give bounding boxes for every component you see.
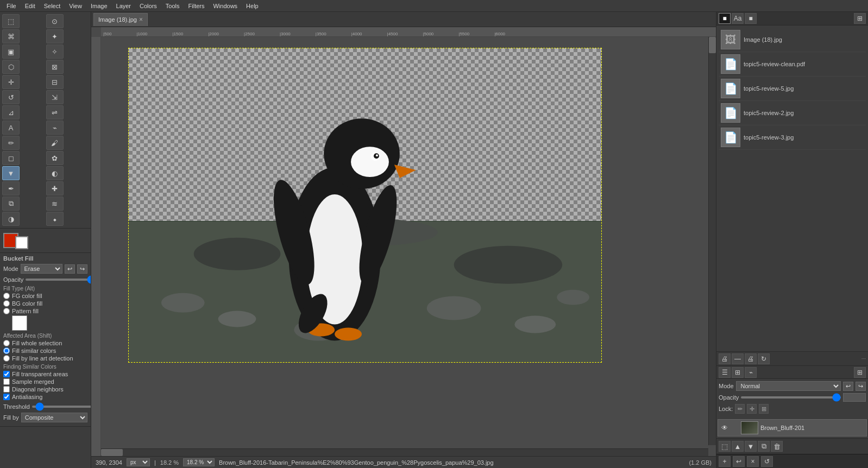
- tool-ink[interactable]: ✒: [2, 181, 20, 195]
- duplicate-layer-btn[interactable]: ⧉: [758, 441, 770, 452]
- menu-help[interactable]: Help: [242, 2, 263, 10]
- tool-bucket[interactable]: ▼: [2, 166, 20, 180]
- tool-align[interactable]: ⊟: [46, 75, 64, 89]
- delete-layer-btn[interactable]: 🗑: [771, 441, 783, 452]
- affected-whole-radio[interactable]: [3, 340, 10, 346]
- tool-free-select[interactable]: ⌘: [2, 29, 20, 43]
- layer-lock-0[interactable]: [731, 424, 739, 432]
- tool-paths[interactable]: ⌁: [46, 121, 64, 135]
- tool-rect-select[interactable]: ⬚: [2, 14, 20, 28]
- diagonal-checkbox[interactable]: [3, 386, 10, 393]
- tool-fuzzy-select[interactable]: ✦: [46, 29, 64, 43]
- tool-colorpick[interactable]: ⬡: [2, 60, 20, 74]
- tool-paintbrush[interactable]: 🖌: [46, 136, 64, 150]
- rp-text-icon[interactable]: Aa: [732, 13, 744, 24]
- layers-undo-btn[interactable]: ↩: [843, 382, 853, 391]
- layer-visibility-0[interactable]: 👁: [720, 423, 729, 432]
- mode-select[interactable]: Erase Normal: [21, 264, 62, 274]
- menu-colors[interactable]: Colors: [135, 2, 161, 10]
- undo-button[interactable]: ↩: [65, 264, 75, 274]
- lower-layer-btn[interactable]: ▼: [745, 441, 757, 452]
- image-canvas[interactable]: [128, 48, 602, 363]
- canvas-viewport[interactable]: [101, 37, 716, 456]
- layers-redo-btn[interactable]: ↪: [856, 382, 866, 391]
- menu-tools[interactable]: Tools: [161, 2, 184, 10]
- menu-select[interactable]: Select: [40, 2, 65, 10]
- tool-airbrush[interactable]: ✿: [46, 151, 64, 165]
- layers-tab-icon[interactable]: ☰: [719, 367, 731, 378]
- channels-tab-icon[interactable]: ⊞: [732, 367, 744, 378]
- tool-text[interactable]: A: [2, 121, 20, 135]
- filltype-pattern-radio[interactable]: [3, 308, 10, 314]
- hscroll-thumb[interactable]: [101, 449, 123, 456]
- fill-transparent-checkbox[interactable]: [3, 371, 10, 377]
- add-image-btn[interactable]: +: [719, 456, 731, 467]
- history-btn[interactable]: ↩: [733, 456, 745, 467]
- tool-select2[interactable]: ▣: [2, 45, 20, 59]
- layer-item-0[interactable]: 👁 Brown_Bluff-201: [718, 419, 867, 437]
- status-unit-select[interactable]: px % mm: [127, 458, 150, 466]
- status-zoom-select[interactable]: 18.2 % 25% 50% 100%: [183, 458, 215, 466]
- menu-filters[interactable]: Filters: [184, 2, 209, 10]
- redo-button[interactable]: ↪: [77, 264, 87, 274]
- vertical-scrollbar[interactable]: [708, 37, 716, 445]
- tool-pencil[interactable]: ✏: [2, 136, 20, 150]
- layers-opacity-input[interactable]: 100.0: [843, 393, 866, 402]
- menu-file[interactable]: File: [2, 2, 21, 10]
- raise-layer-btn[interactable]: ▲: [732, 441, 744, 452]
- tool-crop[interactable]: ⊠: [46, 60, 64, 74]
- menu-image[interactable]: Image: [86, 2, 112, 10]
- tool-dodge[interactable]: ◑: [2, 212, 20, 226]
- affected-lineart-radio[interactable]: [3, 355, 10, 362]
- lock-all-btn[interactable]: ⊞: [759, 404, 769, 414]
- recent-file-item-4[interactable]: 📄 topic5-review-3.jpg: [719, 125, 866, 150]
- close-btn[interactable]: ×: [747, 456, 759, 467]
- opacity-slider[interactable]: [26, 279, 91, 281]
- canvas-tab[interactable]: Image (18).jpg ×: [93, 13, 148, 26]
- rp-color-icon[interactable]: ■: [719, 13, 731, 24]
- tool-ellipse-select[interactable]: ⊙: [46, 14, 64, 28]
- tool-move[interactable]: ✛: [2, 75, 20, 89]
- tool-magic-wand[interactable]: ✧: [46, 45, 64, 59]
- recent-file-item-2[interactable]: 📄 topic5-review-5.jpg: [719, 77, 866, 101]
- rp-expand-icon[interactable]: ⊞: [854, 13, 866, 24]
- panel-print-btn[interactable]: 🖨: [719, 353, 731, 364]
- filltype-bg-radio[interactable]: [3, 300, 10, 307]
- layers-opacity-slider[interactable]: [741, 396, 841, 399]
- menu-windows[interactable]: Windows: [209, 2, 242, 10]
- tool-scale[interactable]: ⇲: [46, 90, 64, 104]
- layers-mode-select[interactable]: Normal Multiply Screen: [736, 381, 841, 391]
- tool-heal[interactable]: ✚: [46, 181, 64, 195]
- tool-rotate[interactable]: ↺: [2, 90, 20, 104]
- menu-edit[interactable]: Edit: [21, 2, 40, 10]
- antialiasing-checkbox[interactable]: [3, 394, 10, 400]
- affected-similar-radio[interactable]: [3, 347, 10, 354]
- tool-blend[interactable]: ◐: [46, 166, 64, 180]
- tool-smudge[interactable]: ≋: [46, 197, 64, 211]
- menu-view[interactable]: View: [65, 2, 86, 10]
- menu-layer[interactable]: Layer: [112, 2, 136, 10]
- lock-position-btn[interactable]: ✛: [747, 404, 757, 414]
- tool-perspective[interactable]: ⊿: [2, 105, 20, 119]
- tool-eyedrop[interactable]: ⬥: [46, 212, 64, 226]
- threshold-slider[interactable]: [32, 406, 91, 408]
- background-color-swatch[interactable]: [15, 236, 28, 249]
- sample-merged-checkbox[interactable]: [3, 378, 10, 385]
- layers-expand-btn[interactable]: ⊞: [854, 367, 866, 378]
- filltype-fg-radio[interactable]: [3, 293, 10, 299]
- pattern-preview[interactable]: [12, 315, 27, 331]
- paths-tab-icon[interactable]: ⌁: [745, 367, 757, 378]
- tool-clone[interactable]: ⧉: [2, 197, 20, 211]
- canvas-tab-close[interactable]: ×: [139, 16, 143, 23]
- panel-delete-btn[interactable]: —: [732, 353, 744, 364]
- rp-pattern-icon[interactable]: ■: [745, 13, 757, 24]
- new-layer-from-selection-btn[interactable]: ⬚: [719, 441, 731, 452]
- fillby-select[interactable]: Composite Line Art: [21, 413, 87, 422]
- horizontal-scrollbar[interactable]: [101, 448, 708, 456]
- recent-file-item-1[interactable]: 📄 topic5-review-clean.pdf: [719, 52, 866, 77]
- vscroll-thumb[interactable]: [709, 37, 716, 53]
- lock-pixels-btn[interactable]: ✏: [735, 404, 745, 414]
- panel-refresh-btn[interactable]: ↻: [758, 353, 770, 364]
- tool-eraser[interactable]: ◻: [2, 151, 20, 165]
- panel-dock-btn[interactable]: 🖨: [745, 353, 757, 364]
